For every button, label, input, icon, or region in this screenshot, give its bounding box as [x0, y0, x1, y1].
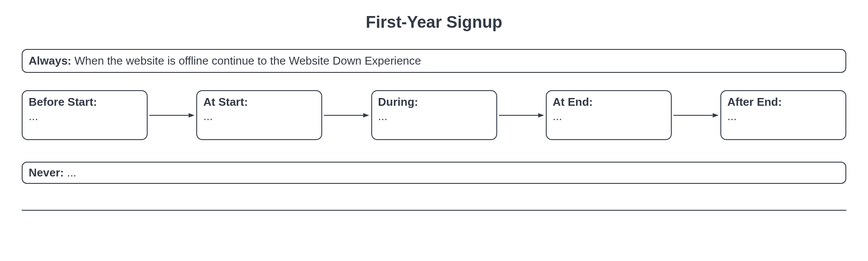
divider-line [22, 210, 846, 211]
never-text: ... [64, 166, 76, 179]
stage-before-start: Before Start: ... [22, 90, 148, 140]
always-label: Always: [29, 54, 71, 67]
always-box: Always: When the website is offline cont… [22, 49, 846, 73]
stage-during: During: ... [371, 90, 497, 140]
never-box: Never: ... [22, 162, 846, 184]
always-text: When the website is offline continue to … [71, 54, 421, 67]
svg-marker-3 [363, 113, 370, 117]
stages-row: Before Start: ... At Start: ... During: … [22, 90, 846, 140]
svg-marker-1 [188, 113, 195, 117]
stage-at-end: At End: ... [546, 90, 672, 140]
stage-content: ... [378, 110, 490, 123]
stage-label: Before Start: [29, 95, 141, 109]
arrow-icon [322, 111, 371, 120]
arrow-icon [497, 111, 546, 120]
svg-marker-5 [538, 113, 544, 117]
svg-marker-7 [713, 113, 719, 117]
stage-label: During: [378, 95, 490, 109]
arrow-icon [148, 111, 196, 120]
stage-after-end: After End: ... [720, 90, 846, 140]
stage-content: ... [203, 110, 315, 123]
never-label: Never: [29, 166, 64, 179]
stage-label: At Start: [203, 95, 315, 109]
arrow-icon [672, 111, 720, 120]
stage-label: At End: [553, 95, 665, 109]
stage-content: ... [553, 110, 665, 123]
diagram-title: First-Year Signup [22, 13, 846, 32]
stage-content: ... [29, 110, 141, 123]
stage-label: After End: [727, 95, 839, 109]
stage-at-start: At Start: ... [196, 90, 322, 140]
stage-content: ... [727, 110, 839, 123]
